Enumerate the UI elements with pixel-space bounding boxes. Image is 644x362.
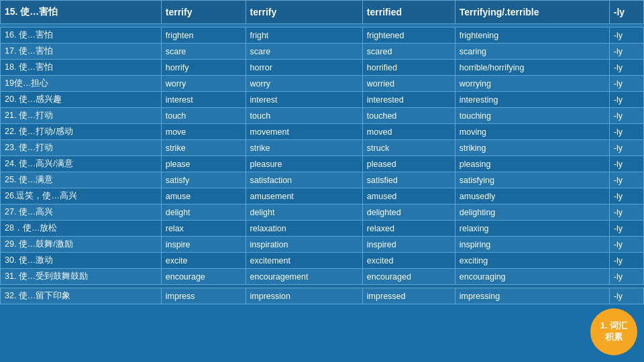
table-cell: touched	[362, 108, 455, 124]
table-row: 20. 使…感兴趣interestinterestinterestedinter…	[1, 92, 644, 108]
table-cell: 32. 使…留下印象	[1, 288, 162, 304]
table-cell: amused	[362, 188, 455, 204]
table-cell: movement	[246, 124, 362, 140]
table-cell: 21. 使…打动	[1, 108, 162, 124]
table-cell: encouraging	[455, 269, 609, 285]
table-cell: -ly	[609, 92, 643, 108]
table-cell: -ly	[609, 188, 643, 204]
table-row: 26.逗笑，使…高兴amuseamusementamusedamusedly-l…	[1, 188, 644, 204]
table-cell: -ly	[609, 76, 643, 92]
table-row: 25. 使…满意satisfysatisfactionsatisfiedsati…	[1, 172, 644, 188]
table-cell: 20. 使…感兴趣	[1, 92, 162, 108]
table-cell: -ly	[609, 44, 643, 60]
table-cell: 31. 使…受到鼓舞鼓励	[1, 269, 162, 285]
table-cell: inspiration	[246, 237, 362, 253]
table-cell: 23. 使…打动	[1, 140, 162, 156]
table-cell: amusement	[246, 188, 362, 204]
vocabulary-badge: 1. 词汇积累	[590, 308, 637, 355]
table-cell: impression	[246, 288, 362, 304]
table-row: 16. 使…害怕frightenfrightfrightenedfrighten…	[1, 27, 644, 44]
table-cell: -ly	[609, 237, 643, 253]
table-cell: terrified	[362, 1, 455, 24]
table-cell: -ly	[609, 1, 643, 24]
table-cell: satisfaction	[246, 172, 362, 188]
table-cell: 22. 使…打动/感动	[1, 124, 162, 140]
table-cell: moved	[362, 124, 455, 140]
table-row: 32. 使…留下印象impressimpressionimpressedimpr…	[1, 288, 644, 304]
table-cell: pleasing	[455, 156, 609, 172]
table-cell: delight	[161, 204, 246, 221]
table-cell: inspiring	[455, 237, 609, 253]
table-cell: relax	[161, 221, 246, 237]
table-cell: exciting	[455, 253, 609, 269]
table-cell: relaxed	[362, 221, 455, 237]
table-cell: -ly	[609, 253, 643, 269]
table-cell: 26.逗笑，使…高兴	[1, 188, 162, 204]
table-row: 21. 使…打动touchtouchtouchedtouching-ly	[1, 108, 644, 124]
table-cell: -ly	[609, 204, 643, 221]
table-cell: worrying	[455, 76, 609, 92]
table-cell: -ly	[609, 27, 643, 44]
table-cell: satisfying	[455, 172, 609, 188]
table-cell: -ly	[609, 172, 643, 188]
table-cell: touching	[455, 108, 609, 124]
table-row: 22. 使…打动/感动movemovementmovedmoving-ly	[1, 124, 644, 140]
table-cell: excitement	[246, 253, 362, 269]
table-cell: struck	[362, 140, 455, 156]
table-cell: striking	[455, 140, 609, 156]
table-cell: encouraged	[362, 269, 455, 285]
table-cell: amuse	[161, 188, 246, 204]
table-row: 18. 使…害怕horrifyhorrorhorrifiedhorrible/h…	[1, 60, 644, 76]
table-cell: scared	[362, 44, 455, 60]
table-cell: scaring	[455, 44, 609, 60]
table-cell: 24. 使…高兴/满意	[1, 156, 162, 172]
table-cell: impressed	[362, 288, 455, 304]
badge-text: 1. 词汇积累	[600, 320, 627, 343]
table-cell: 25. 使…满意	[1, 172, 162, 188]
table-cell: move	[161, 124, 246, 140]
table-cell: 30. 使…激动	[1, 253, 162, 269]
table-cell: frighten	[161, 27, 246, 44]
table-row: 23. 使…打动strikestrikestruckstriking-ly	[1, 140, 644, 156]
table-cell: moving	[455, 124, 609, 140]
table-cell: -ly	[609, 221, 643, 237]
table-cell: interest	[161, 92, 246, 108]
table-cell: satisfied	[362, 172, 455, 188]
table-cell: delighting	[455, 204, 609, 221]
table-cell: -ly	[609, 156, 643, 172]
table-cell: excite	[161, 253, 246, 269]
table-cell: delight	[246, 204, 362, 221]
table-cell: 17. 使…害怕	[1, 44, 162, 60]
table-cell: -ly	[609, 108, 643, 124]
table-cell: 27. 使…高兴	[1, 204, 162, 221]
table-cell: encouragement	[246, 269, 362, 285]
table-cell: relaxation	[246, 221, 362, 237]
table-cell: touch	[161, 108, 246, 124]
table-cell: inspired	[362, 237, 455, 253]
table-cell: 28．使…放松	[1, 221, 162, 237]
table-row: 17. 使…害怕scarescarescaredscaring-ly	[1, 44, 644, 60]
table-cell: touch	[246, 108, 362, 124]
table-cell: interest	[246, 92, 362, 108]
table-cell: terrify	[161, 1, 246, 24]
table-cell: Terrifying/.terrible	[455, 1, 609, 24]
table-cell: impress	[161, 288, 246, 304]
table-cell: 18. 使…害怕	[1, 60, 162, 76]
table-cell: excited	[362, 253, 455, 269]
table-row: 31. 使…受到鼓舞鼓励encourageencouragementencour…	[1, 269, 644, 285]
table-cell: worry	[161, 76, 246, 92]
table-cell: frightened	[362, 27, 455, 44]
table-cell: -ly	[609, 140, 643, 156]
table-cell: interested	[362, 92, 455, 108]
table-cell: horrible/horrifying	[455, 60, 609, 76]
table-cell: amusedly	[455, 188, 609, 204]
table-cell: pleased	[362, 156, 455, 172]
table-row: 27. 使…高兴delightdelightdelighteddelightin…	[1, 204, 644, 221]
table-cell: fright	[246, 27, 362, 44]
table-cell: -ly	[609, 269, 643, 285]
table-cell: relaxing	[455, 221, 609, 237]
table-row: 30. 使…激动exciteexcitementexcitedexciting-…	[1, 253, 644, 269]
table-cell: delighted	[362, 204, 455, 221]
table-cell: encourage	[161, 269, 246, 285]
word-table: 15. 使…害怕terrifyterrifyterrifiedTerrifyin…	[0, 0, 644, 304]
